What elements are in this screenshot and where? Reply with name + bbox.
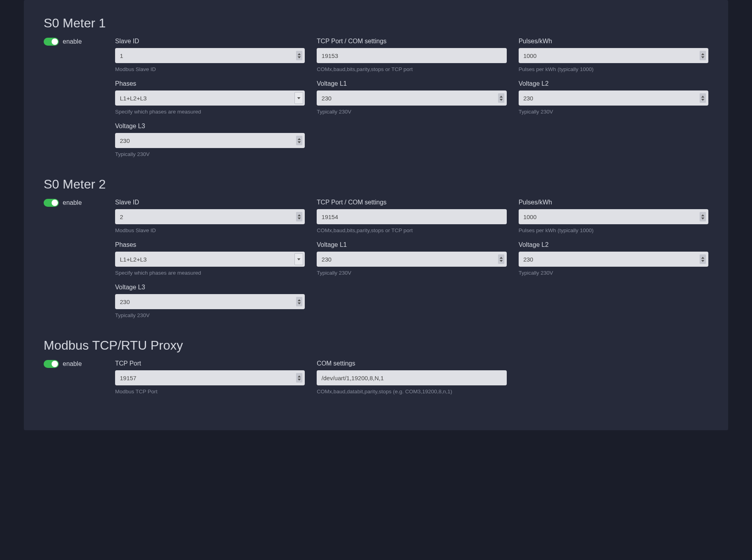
enable-toggle[interactable] [44,199,59,207]
number-spinner-icon[interactable] [700,51,706,60]
fields-grid: Voltage L3 230 Typically 230V [115,284,708,318]
field-voltage-l1: Voltage L1 230 Typically 230V [317,80,506,115]
field-help: Modbus Slave ID [115,66,305,72]
voltage-l3-input[interactable]: 230 [115,294,305,309]
field-label: Pulses/kWh [519,38,708,45]
field-pulses-kwh: Pulses/kWh 1000 Pulses per kWh (typicall… [519,38,708,72]
section-modbus-proxy: Modbus TCP/RTU Proxy enable TCP Port 191… [44,338,708,395]
field-voltage-l2: Voltage L2 230 Typically 230V [519,241,708,276]
row: enable Slave ID 1 Modbus Slave ID TCP Po… [44,38,708,72]
voltage-l1-input[interactable]: 230 [317,252,506,267]
field-help: Specify which phases are measured [115,109,305,115]
input-value: 230 [321,95,331,102]
field-help: COMx,baud,databit,parity,stops (e.g. COM… [317,389,506,395]
field-help: COMx,baud,bits,parity,stops or TCP port [317,227,506,233]
enable-toggle[interactable] [44,38,59,46]
com-settings-input[interactable]: /dev/uart/1,19200,8,N,1 [317,370,506,385]
voltage-l3-input[interactable]: 230 [115,133,305,148]
number-spinner-icon[interactable] [296,212,302,221]
row: enable Slave ID 2 Modbus Slave ID TCP Po… [44,199,708,233]
number-spinner-icon[interactable] [498,254,504,264]
field-help: Pulses per kWh (typically 1000) [519,66,708,72]
phases-select[interactable]: L1+L2+L3 [115,90,305,106]
row: Voltage L3 230 Typically 230V [44,284,708,318]
input-value: 230 [523,95,533,102]
section-s0-meter-2: S0 Meter 2 enable Slave ID 2 Modbus Slav… [44,177,708,318]
select-value: L1+L2+L3 [120,95,147,102]
field-tcp-port: TCP Port 19157 Modbus TCP Port [115,360,305,395]
row: Phases L1+L2+L3 Specify which phases are… [44,241,708,276]
field-voltage-l1: Voltage L1 230 Typically 230V [317,241,506,276]
phases-select[interactable]: L1+L2+L3 [115,252,305,267]
chevron-down-icon[interactable] [294,253,303,265]
enable-toggle[interactable] [44,360,59,368]
tcp-port-input[interactable]: 19154 [317,209,506,224]
fields-grid: TCP Port 19157 Modbus TCP Port COM setti… [115,360,708,395]
enable-toggle-cell: enable [44,360,107,368]
field-slave-id: Slave ID 1 Modbus Slave ID [115,38,305,72]
field-label: Voltage L3 [115,123,305,130]
field-label: Voltage L1 [317,241,506,248]
field-help: Pulses per kWh (typically 1000) [519,227,708,233]
fields-grid: Phases L1+L2+L3 Specify which phases are… [115,241,708,276]
select-value: L1+L2+L3 [120,256,147,263]
chevron-down-icon[interactable] [294,92,303,104]
field-com-settings: COM settings /dev/uart/1,19200,8,N,1 COM… [317,360,506,395]
row: Voltage L3 230 Typically 230V [44,123,708,157]
number-spinner-icon[interactable] [498,93,504,103]
field-help: Typically 230V [317,109,506,115]
enable-toggle-label: enable [63,199,82,206]
slave-id-input[interactable]: 2 [115,209,305,224]
section-title: S0 Meter 1 [44,16,708,31]
fields-grid: Slave ID 2 Modbus Slave ID TCP Port / CO… [115,199,708,233]
field-help: Typically 230V [115,151,305,157]
voltage-l2-input[interactable]: 230 [519,252,708,267]
input-value: 230 [523,256,533,263]
field-tcp-port: TCP Port / COM settings 19153 COMx,baud,… [317,38,506,72]
section-title: Modbus TCP/RTU Proxy [44,338,708,353]
number-spinner-icon[interactable] [700,254,706,264]
input-value: 1 [120,52,123,59]
slave-id-input[interactable]: 1 [115,48,305,63]
tcp-port-input[interactable]: 19157 [115,370,305,385]
enable-toggle-label: enable [63,38,82,45]
number-spinner-icon[interactable] [700,93,706,103]
field-help: Specify which phases are measured [115,270,305,276]
field-help: Typically 230V [317,270,506,276]
field-tcp-port: TCP Port / COM settings 19154 COMx,baud,… [317,199,506,233]
number-spinner-icon[interactable] [296,136,302,145]
number-spinner-icon[interactable] [700,212,706,221]
input-value: 230 [321,256,331,263]
field-phases: Phases L1+L2+L3 Specify which phases are… [115,80,305,115]
field-voltage-l3: Voltage L3 230 Typically 230V [115,284,305,318]
voltage-l2-input[interactable]: 230 [519,90,708,106]
voltage-l1-input[interactable]: 230 [317,90,506,106]
input-value: /dev/uart/1,19200,8,N,1 [321,375,384,381]
field-voltage-l2: Voltage L2 230 Typically 230V [519,80,708,115]
field-label: Voltage L3 [115,284,305,291]
pulses-kwh-input[interactable]: 1000 [519,48,708,63]
input-value: 2 [120,214,123,220]
field-label: Voltage L2 [519,80,708,87]
field-label: TCP Port [115,360,305,367]
input-value: 1000 [523,52,537,59]
enable-toggle-label: enable [63,360,82,368]
config-panel: S0 Meter 1 enable Slave ID 1 Modbus Slav… [24,0,728,430]
input-value: 19157 [120,375,137,381]
fields-grid: Voltage L3 230 Typically 230V [115,123,708,157]
number-spinner-icon[interactable] [296,51,302,60]
number-spinner-icon[interactable] [296,373,302,383]
field-help: Typically 230V [115,312,305,318]
pulses-kwh-input[interactable]: 1000 [519,209,708,224]
input-value: 230 [120,298,130,305]
field-help: Modbus TCP Port [115,389,305,395]
field-label: Phases [115,241,305,248]
number-spinner-icon[interactable] [296,297,302,306]
section-s0-meter-1: S0 Meter 1 enable Slave ID 1 Modbus Slav… [44,16,708,157]
section-title: S0 Meter 2 [44,177,708,192]
field-slave-id: Slave ID 2 Modbus Slave ID [115,199,305,233]
tcp-port-input[interactable]: 19153 [317,48,506,63]
field-label: TCP Port / COM settings [317,38,506,45]
field-label: Slave ID [115,199,305,206]
field-help: COMx,baud,bits,parity,stops or TCP port [317,66,506,72]
